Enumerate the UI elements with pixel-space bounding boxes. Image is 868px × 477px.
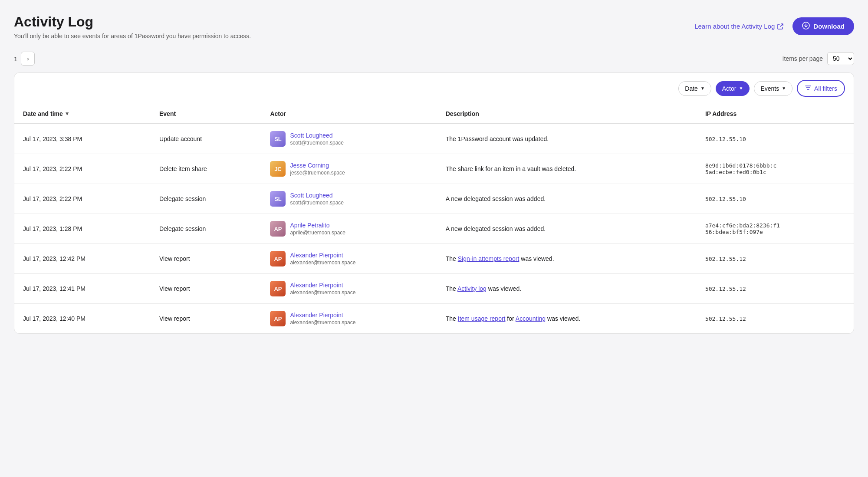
avatar: SL — [270, 191, 286, 207]
cell-date-time: Jul 17, 2023, 12:41 PM — [14, 274, 151, 304]
cell-event: View report — [151, 244, 261, 274]
cell-ip-address: a7e4:cf6e:bda2:8236:f156:bdea:bf5f:097e — [697, 214, 854, 244]
cell-actor: APAlexander Pierpointalexander@truemoon.… — [261, 304, 437, 334]
avatar: AP — [270, 281, 286, 296]
events-chevron-icon: ▼ — [782, 86, 786, 91]
avatar: AP — [270, 251, 286, 266]
cell-description: The 1Password account was updated. — [437, 124, 697, 154]
cell-actor: SLScott Lougheedscott@truemoon.space — [261, 184, 437, 214]
cell-ip-address: 502.12.55.10 — [697, 184, 854, 214]
learn-link[interactable]: Learn about the Activity Log — [694, 23, 784, 30]
cell-description: A new delegated session was added. — [437, 214, 697, 244]
date-filter-button[interactable]: Date ▼ — [678, 81, 711, 96]
current-page-number: 1 — [14, 55, 17, 63]
download-icon — [802, 22, 810, 31]
avatar: JC — [270, 161, 286, 177]
table-row: Jul 17, 2023, 1:28 PMDelegate sessionAPA… — [14, 214, 854, 244]
cell-description: A new delegated session was added. — [437, 184, 697, 214]
actor-email: alexander@truemoon.space — [290, 289, 355, 296]
actor-chevron-icon: ▼ — [739, 86, 743, 91]
actor-email: alexander@truemoon.space — [290, 319, 355, 326]
cell-ip-address: 8e9d:1b6d:0178:6bbb:c5ad:ecbe:fed0:0b1c — [697, 154, 854, 184]
items-per-page-select[interactable]: 25 50 100 — [827, 52, 854, 65]
item-usage-report-link[interactable]: Item usage report — [458, 315, 506, 322]
cell-ip-address: 502.12.55.12 — [697, 304, 854, 334]
actor-name-link[interactable]: Jesse Corning — [290, 162, 345, 169]
next-page-button[interactable]: › — [21, 52, 35, 66]
cell-event: View report — [151, 304, 261, 334]
col-actor: Actor — [261, 104, 437, 124]
items-per-page-label: Items per page — [783, 55, 823, 62]
cell-description: The Sign-in attempts report was viewed. — [437, 244, 697, 274]
cell-event: Update account — [151, 124, 261, 154]
table-row: Jul 17, 2023, 3:38 PMUpdate accountSLSco… — [14, 124, 854, 154]
activity-log-link[interactable]: Activity log — [457, 285, 487, 292]
activity-log-table-card: Date ▼ Actor ▼ Events ▼ All filters — [14, 72, 854, 334]
actor-name-link[interactable]: Aprile Petralito — [290, 222, 345, 229]
filters-bar: Date ▼ Actor ▼ Events ▼ All filters — [14, 73, 854, 104]
cell-event: Delete item share — [151, 154, 261, 184]
actor-name-link[interactable]: Alexander Pierpoint — [290, 312, 355, 319]
sign-in-attempts-report-link[interactable]: Sign-in attempts report — [458, 255, 519, 262]
cell-actor: APAprile Petralitoaprile@truemoon.space — [261, 214, 437, 244]
actor-email: alexander@truemoon.space — [290, 260, 355, 266]
cell-event: Delegate session — [151, 184, 261, 214]
avatar: SL — [270, 131, 286, 147]
actor-email: scott@truemoon.space — [290, 140, 344, 146]
col-description: Description — [437, 104, 697, 124]
activity-table: Date and time ▼ Event Actor Description … — [14, 104, 854, 333]
filter-icon — [805, 84, 812, 92]
cell-description: The Item usage report for Accounting was… — [437, 304, 697, 334]
sort-arrow-icon: ▼ — [65, 111, 70, 117]
actor-filter-button[interactable]: Actor ▼ — [716, 81, 750, 96]
cell-date-time: Jul 17, 2023, 2:22 PM — [14, 154, 151, 184]
cell-date-time: Jul 17, 2023, 1:28 PM — [14, 214, 151, 244]
cell-actor: APAlexander Pierpointalexander@truemoon.… — [261, 274, 437, 304]
page-title: Activity Log — [14, 14, 251, 30]
cell-date-time: Jul 17, 2023, 2:22 PM — [14, 184, 151, 214]
cell-date-time: Jul 17, 2023, 3:38 PM — [14, 124, 151, 154]
events-filter-button[interactable]: Events ▼ — [754, 81, 792, 96]
actor-name-link[interactable]: Scott Lougheed — [290, 192, 344, 199]
accounting-link[interactable]: Accounting — [516, 315, 546, 322]
cell-ip-address: 502.12.55.10 — [697, 124, 854, 154]
cell-description: The Activity log was viewed. — [437, 274, 697, 304]
cell-actor: SLScott Lougheedscott@truemoon.space — [261, 124, 437, 154]
actor-email: jesse@truemoon.space — [290, 170, 345, 176]
table-row: Jul 17, 2023, 12:40 PMView reportAPAlexa… — [14, 304, 854, 334]
table-row: Jul 17, 2023, 2:22 PMDelete item shareJC… — [14, 154, 854, 184]
col-ip-address: IP Address — [697, 104, 854, 124]
table-row: Jul 17, 2023, 12:41 PMView reportAPAlexa… — [14, 274, 854, 304]
actor-name-link[interactable]: Alexander Pierpoint — [290, 252, 355, 259]
cell-description: The share link for an item in a vault wa… — [437, 154, 697, 184]
page-subtitle: You'll only be able to see events for ar… — [14, 33, 251, 39]
all-filters-button[interactable]: All filters — [797, 80, 845, 97]
cell-event: View report — [151, 274, 261, 304]
cell-ip-address: 502.12.55.12 — [697, 244, 854, 274]
avatar: AP — [270, 221, 286, 237]
actor-email: scott@truemoon.space — [290, 200, 344, 206]
actor-name-link[interactable]: Alexander Pierpoint — [290, 282, 355, 289]
avatar: AP — [270, 311, 286, 326]
actor-email: aprile@truemoon.space — [290, 230, 345, 236]
download-button[interactable]: Download — [792, 17, 854, 35]
external-link-icon — [777, 23, 784, 30]
cell-date-time: Jul 17, 2023, 12:42 PM — [14, 244, 151, 274]
col-event: Event — [151, 104, 261, 124]
date-chevron-icon: ▼ — [700, 86, 705, 91]
cell-actor: APAlexander Pierpointalexander@truemoon.… — [261, 244, 437, 274]
col-date-time[interactable]: Date and time ▼ — [14, 104, 151, 123]
table-row: Jul 17, 2023, 2:22 PMDelegate sessionSLS… — [14, 184, 854, 214]
table-row: Jul 17, 2023, 12:42 PMView reportAPAlexa… — [14, 244, 854, 274]
cell-event: Delegate session — [151, 214, 261, 244]
cell-ip-address: 502.12.55.12 — [697, 274, 854, 304]
cell-actor: JCJesse Corningjesse@truemoon.space — [261, 154, 437, 184]
actor-name-link[interactable]: Scott Lougheed — [290, 132, 344, 139]
cell-date-time: Jul 17, 2023, 12:40 PM — [14, 304, 151, 334]
